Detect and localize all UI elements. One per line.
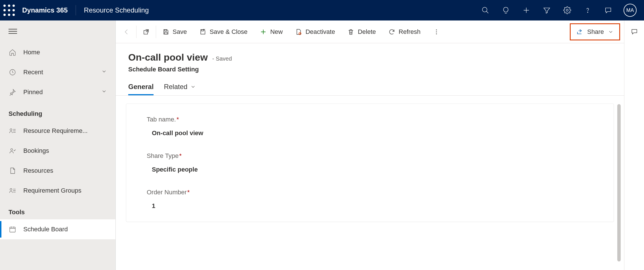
field-share-type: Share Type* Specific people [147, 152, 593, 173]
sidebar-item-resource-requirements[interactable]: Resource Requireme... [0, 121, 115, 141]
avatar-initials: MA [626, 7, 634, 13]
sidebar-item-label: Schedule Board [23, 226, 68, 233]
cmd-label: Save [173, 28, 187, 36]
pin-icon [9, 88, 16, 96]
search-icon[interactable] [475, 0, 496, 20]
right-rail [624, 20, 644, 270]
cmd-label: Refresh [399, 28, 421, 36]
cmd-label: Delete [358, 28, 376, 36]
required-marker: * [187, 189, 190, 196]
sidebar-item-label: Resources [23, 167, 53, 174]
sidebar-item-recent[interactable]: Recent [0, 62, 115, 82]
sidebar-toggle[interactable] [0, 26, 115, 42]
module-name[interactable]: Resource Scheduling [76, 6, 149, 14]
svg-rect-20 [202, 30, 204, 31]
chevron-down-icon [608, 29, 614, 35]
assistant-panel-icon[interactable] [631, 28, 638, 36]
tab-label: General [128, 83, 154, 91]
command-bar: Save Save & Close New Deactivate Delete … [116, 20, 624, 43]
sidebar-group-scheduling: Scheduling [0, 102, 115, 121]
cmd-label: Share [587, 28, 604, 36]
new-button[interactable]: New [254, 20, 289, 43]
form-card: Tab name.* On-call pool view Share Type*… [126, 104, 614, 222]
tab-general[interactable]: General [128, 83, 154, 95]
field-value[interactable]: Specific people [147, 166, 593, 173]
field-value[interactable]: On-call pool view [147, 129, 593, 137]
calendar-icon [9, 225, 16, 233]
svg-rect-16 [10, 227, 15, 232]
cmd-label: Deactivate [305, 28, 335, 36]
back-button[interactable] [117, 20, 136, 43]
svg-point-6 [3, 14, 6, 16]
field-label: Tab name. [147, 116, 176, 123]
gear-icon[interactable] [557, 0, 577, 20]
required-marker: * [179, 152, 182, 160]
sidebar-item-bookings[interactable]: Bookings [0, 141, 115, 161]
chevron-down-icon [190, 84, 196, 90]
svg-point-10 [566, 9, 568, 11]
svg-point-2 [13, 5, 15, 7]
svg-rect-18 [165, 30, 167, 31]
svg-point-23 [436, 31, 437, 32]
sidebar-item-home[interactable]: Home [0, 42, 115, 62]
svg-rect-19 [165, 32, 167, 34]
user-avatar[interactable]: MA [624, 4, 637, 17]
field-order-number: Order Number* 1 [147, 189, 593, 210]
sidebar

-item-label: Requirement Groups [23, 187, 81, 194]
svg-point-22 [436, 29, 437, 30]
person-list-icon [9, 127, 16, 135]
sidebar-item-schedule-board[interactable]: Schedule Board [0, 219, 115, 239]
sidebar-item-label: Pinned [23, 88, 43, 96]
page-header: On-call pool view - Saved Schedule Board… [116, 43, 624, 73]
main-content: Save Save & Close New Deactivate Delete … [116, 20, 624, 270]
sidebar-item-label: Resource Requireme... [23, 127, 88, 135]
svg-point-13 [10, 129, 12, 131]
share-button[interactable]: Share [571, 26, 619, 38]
svg-point-9 [483, 7, 487, 12]
required-marker: * [177, 116, 179, 123]
brand-name[interactable]: Dynamics 365 [16, 6, 76, 14]
filter-icon[interactable] [537, 0, 557, 20]
person-check-icon [9, 147, 16, 155]
form-tabs: General Related [116, 73, 624, 96]
field-label: Share Type [147, 152, 179, 160]
delete-button[interactable]: Delete [341, 20, 382, 43]
sidebar-item-resources[interactable]: Resources [0, 161, 115, 181]
save-button[interactable]: Save [156, 20, 193, 43]
app-launcher-icon[interactable] [2, 3, 16, 17]
assistant-icon[interactable] [598, 0, 618, 20]
field-value[interactable]: 1 [147, 202, 593, 210]
saved-status: - Saved [212, 55, 232, 62]
scrollbar[interactable] [617, 104, 621, 261]
lightbulb-icon[interactable] [496, 0, 516, 20]
sidebar-item-label: Bookings [23, 147, 49, 154]
chevron-down-icon [101, 69, 107, 76]
clock-icon [9, 68, 16, 76]
sidebar-item-pinned[interactable]: Pinned [0, 82, 115, 102]
person-list-icon [9, 187, 16, 195]
plus-icon[interactable] [516, 0, 537, 20]
svg-point-1 [8, 5, 10, 7]
help-icon[interactable] [577, 0, 598, 20]
document-icon [9, 167, 16, 175]
save-close-button[interactable]: Save & Close [193, 20, 254, 43]
tab-label: Related [164, 83, 187, 91]
svg-point-15 [10, 188, 12, 190]
home-icon [9, 48, 16, 56]
open-new-window-button[interactable] [136, 20, 156, 43]
tab-related[interactable]: Related [164, 83, 196, 95]
svg-point-14 [11, 149, 13, 151]
sidebar-item-requirement-groups[interactable]: Requirement Groups [0, 181, 115, 201]
svg-point-7 [8, 14, 10, 16]
field-label: Order Number [147, 189, 187, 196]
overflow-button[interactable] [427, 20, 446, 43]
svg-point-24 [436, 33, 437, 34]
refresh-button[interactable]: Refresh [382, 20, 427, 43]
cmd-label: Save & Close [210, 28, 247, 36]
cmd-label: New [270, 28, 283, 36]
app-header: Dynamics 365 Resource Scheduling MA [0, 0, 644, 20]
deactivate-button[interactable]: Deactivate [289, 20, 341, 43]
sidebar-item-label: Recent [23, 69, 43, 76]
svg-point-11 [587, 12, 588, 13]
entity-name: Schedule Board Setting [128, 66, 612, 73]
